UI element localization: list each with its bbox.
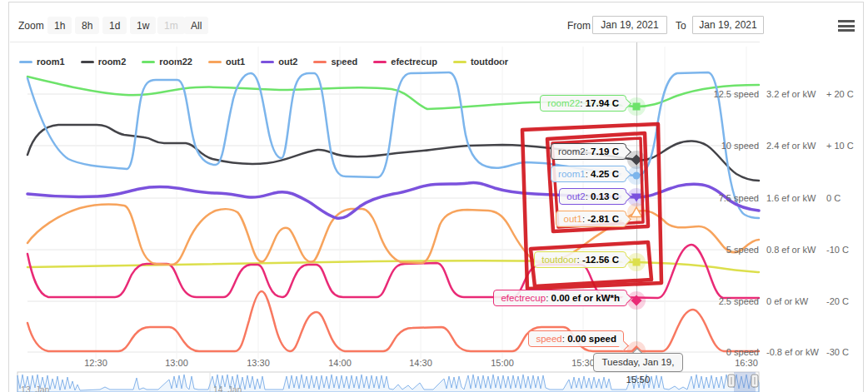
- x-axis-tick: 15:00: [477, 358, 527, 368]
- tooltip-out1: out1: -2.81 C: [556, 211, 626, 227]
- tooltip-series-name: room2: [558, 146, 586, 156]
- tooltip-value: 0.13 C: [591, 191, 619, 201]
- tooltip-value: 17.94 C: [586, 98, 619, 108]
- y-axis-label-speed: 12.5 speed: [701, 88, 759, 100]
- y-axis-label-speed: 2.5 speed: [701, 295, 759, 307]
- x-axis-tick: 14:00: [315, 358, 365, 368]
- series-speed-line: [27, 291, 759, 351]
- tooltip-room1: room1: 4.25 C: [551, 166, 626, 182]
- tooltip-speed: speed: 0.00 speed: [528, 330, 624, 347]
- tooltip-separator: :: [586, 146, 588, 156]
- marker-toutdoor-square: [633, 259, 641, 266]
- tooltip-value: 0.00 speed: [567, 334, 616, 344]
- y-axis-label-speed: 5 speed: [701, 244, 759, 256]
- tooltip-series-name: out1: [563, 214, 581, 224]
- tooltip-out2: out2: 0.13 C: [559, 188, 626, 205]
- y-axis-label-ef: 2.4 ef or kW: [766, 140, 825, 151]
- tooltip-efectrecup: efectrecup: 0.00 ef or kW*h: [493, 290, 627, 306]
- y-axis-label-speed: 10 speed: [701, 140, 759, 151]
- tooltip-series-name: room22: [547, 98, 580, 108]
- tooltip-series-name: room1: [558, 169, 586, 179]
- tooltip-room22: room22: 17.94 C: [540, 95, 626, 112]
- tooltip-series-name: out2: [566, 191, 585, 201]
- tooltip-toutdoor: toutdoor: -12.56 C: [534, 251, 626, 268]
- tooltip-separator: :: [580, 98, 582, 108]
- tooltip-separator: :: [586, 169, 588, 179]
- series-room22-line: [27, 77, 759, 109]
- navigator-handle-left[interactable]: [728, 375, 735, 387]
- y-axis-label-c: + 20 C: [826, 88, 866, 100]
- tooltip-series-name: efectrecup: [501, 293, 546, 303]
- x-axis-tick: 13:30: [233, 358, 283, 368]
- tooltip-value: -2.81 C: [587, 214, 619, 224]
- tooltip-separator: :: [546, 293, 548, 303]
- y-axis-label-c: -30 C: [826, 346, 866, 358]
- y-axis-label-c: -20 C: [826, 295, 866, 307]
- x-axis-tick: 14:30: [396, 358, 446, 368]
- tooltip-series-name: toutdoor: [541, 255, 576, 265]
- y-axis-label-ef: 0.8 ef or kW: [766, 244, 825, 256]
- x-axis-tick: 13:00: [152, 358, 202, 368]
- navigator-handle-right[interactable]: [751, 375, 758, 387]
- y-axis-label-c: 0 C: [826, 192, 866, 204]
- y-axis-label-ef: -0.8 ef or kW: [766, 346, 825, 358]
- tooltip-series-name: speed: [536, 334, 561, 344]
- y-axis-label-c: -10 C: [826, 244, 866, 256]
- x-axis-tick: 16:30: [721, 358, 771, 368]
- tooltip-value: 7.19 C: [591, 146, 619, 156]
- y-axis-label-ef: 1.6 ef or kW: [766, 192, 825, 204]
- date-tooltip: Tuesday, Jan 19, 15:50: [593, 353, 683, 372]
- tooltip-separator: :: [562, 334, 565, 344]
- tooltip-value: -12.56 C: [582, 255, 619, 265]
- y-axis-label-ef: 0 ef or kW: [766, 295, 825, 307]
- y-axis-label-speed: 0 speed: [701, 346, 759, 358]
- tooltip-value: 0.00 ef or kW*h: [551, 293, 620, 303]
- tooltip-room2: room2: 7.19 C: [551, 143, 626, 160]
- y-axis-label-c: + 10 C: [826, 140, 866, 151]
- navigator-label: 14. Jan: [213, 385, 242, 392]
- marker-room1-circle: [633, 172, 641, 180]
- tooltip-separator: :: [576, 255, 579, 265]
- y-axis-label-ef: 3.2 ef or kW: [766, 88, 825, 100]
- tooltip-value: 4.25 C: [591, 169, 619, 179]
- tooltip-separator: :: [586, 191, 588, 201]
- y-axis-label-speed: 7.5 speed: [701, 192, 759, 204]
- series-room2-line: [27, 125, 759, 181]
- navigator-label: 13. Jan: [21, 385, 49, 392]
- x-axis-tick: 12:30: [71, 358, 121, 368]
- tooltip-separator: :: [582, 214, 585, 224]
- marker-room22-square: [633, 103, 641, 111]
